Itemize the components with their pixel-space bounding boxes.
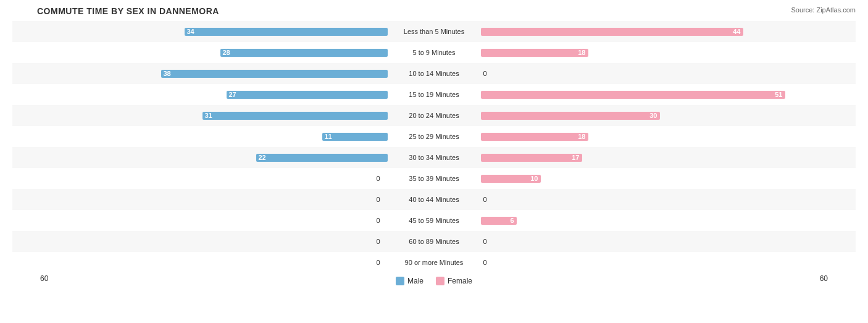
female-bar: 30 (481, 112, 660, 120)
female-legend-box (436, 277, 444, 285)
category-label: 45 to 59 Minutes (390, 217, 479, 224)
category-label: 60 to 89 Minutes (390, 238, 479, 245)
table-row: 38 10 to 14 Minutes 0 (12, 63, 856, 84)
table-row: 0 35 to 39 Minutes 10 (12, 168, 856, 189)
female-bar-container: 17 (479, 154, 856, 162)
female-value-inside: 44 (730, 28, 743, 35)
female-bar-container: 10 (479, 175, 856, 183)
female-value-inside: 30 (647, 112, 659, 119)
male-bar: 31 (202, 112, 388, 120)
male-value-zero: 0 (377, 196, 380, 203)
male-value-inside: 34 (185, 28, 197, 35)
table-row: 27 15 to 19 Minutes 51 (12, 84, 856, 105)
male-value-inside: 27 (227, 91, 239, 98)
category-label: 90 or more Minutes (390, 259, 479, 266)
source-label: Source: ZipAtlas.com (791, 6, 856, 14)
male-legend-label: Male (407, 277, 424, 285)
category-label: 40 to 44 Minutes (390, 196, 479, 203)
female-bar-container: 18 (479, 133, 856, 141)
table-row: 0 90 or more Minutes 0 (12, 252, 856, 273)
male-value-inside: 11 (322, 133, 335, 140)
female-bar-container: 44 (479, 28, 856, 36)
male-bar-container: 38 (12, 70, 390, 78)
male-bar-container: 34 (12, 28, 390, 36)
female-bar: 18 (481, 133, 588, 141)
female-value-inside: 18 (575, 49, 588, 56)
category-label: 30 to 34 Minutes (390, 154, 479, 161)
female-bar-container: 0 (479, 238, 856, 246)
table-row: 11 25 to 29 Minutes 18 (12, 126, 856, 147)
category-label: Less than 5 Minutes (390, 28, 479, 35)
category-label: 5 to 9 Minutes (390, 49, 479, 56)
category-label: 25 to 29 Minutes (390, 133, 479, 140)
male-bar-container: 0 (12, 259, 390, 267)
table-row: 34 Less than 5 Minutes 44 (12, 21, 856, 42)
table-row: 0 40 to 44 Minutes 0 (12, 189, 856, 210)
chart-title: COMMUTE TIME BY SEX IN DANNEMORA (12, 6, 856, 16)
female-bar: 10 (481, 175, 541, 183)
female-bar-container: 0 (479, 259, 856, 267)
female-bar: 17 (481, 154, 582, 162)
female-bar-container: 51 (479, 91, 856, 99)
female-value-inside: 6 (507, 217, 516, 224)
category-label: 15 to 19 Minutes (390, 91, 479, 98)
male-bar-container: 0 (12, 196, 390, 204)
chart-container: COMMUTE TIME BY SEX IN DANNEMORA Source:… (0, 0, 868, 323)
male-value-zero: 0 (377, 175, 380, 182)
male-value-inside: 38 (161, 70, 173, 77)
female-bar-container: 30 (479, 112, 856, 120)
female-bar: 51 (481, 91, 785, 99)
male-value-inside: 28 (220, 49, 233, 56)
male-bar-container: 22 (12, 154, 390, 162)
table-row: 22 30 to 34 Minutes 17 (12, 147, 856, 168)
female-value-inside: 10 (528, 175, 540, 182)
male-value-zero: 0 (377, 238, 380, 245)
female-bar: 18 (481, 49, 588, 57)
male-bar: 27 (227, 91, 388, 99)
male-bar-container: 11 (12, 133, 390, 141)
chart-rows: 34 Less than 5 Minutes 44 28 5 to 9 Minu… (12, 21, 856, 273)
category-label: 20 to 24 Minutes (390, 112, 479, 119)
female-bar-container: 0 (479, 70, 856, 78)
female-value-inside: 18 (575, 133, 588, 140)
category-label: 35 to 39 Minutes (390, 175, 479, 182)
male-bar: 11 (322, 133, 388, 141)
male-bar-container: 0 (12, 175, 390, 183)
male-bar: 28 (220, 49, 388, 57)
male-value-inside: 22 (256, 154, 269, 161)
axis-right: 60 (820, 274, 856, 285)
legend-female: Female (436, 277, 472, 285)
legend: Male Female (396, 277, 472, 285)
female-value-label: 0 (483, 70, 487, 77)
female-value-label: 0 (483, 196, 487, 203)
male-bar-container: 31 (12, 112, 390, 120)
male-value-zero: 0 (377, 259, 380, 266)
table-row: 31 20 to 24 Minutes 30 (12, 105, 856, 126)
male-value-zero: 0 (377, 217, 380, 224)
male-bar: 34 (185, 28, 388, 36)
axis-left: 60 (12, 274, 48, 285)
female-value-inside: 17 (569, 154, 582, 161)
table-row: 28 5 to 9 Minutes 18 (12, 42, 856, 63)
female-bar-container: 18 (479, 49, 856, 57)
category-label: 10 to 14 Minutes (390, 70, 479, 77)
table-row: 0 60 to 89 Minutes 0 (12, 231, 856, 252)
male-bar-container: 0 (12, 238, 390, 246)
male-bar-container: 28 (12, 49, 390, 57)
male-bar: 22 (256, 154, 388, 162)
male-bar: 38 (161, 70, 388, 78)
female-value-inside: 51 (772, 91, 785, 98)
male-value-inside: 31 (202, 112, 215, 119)
female-bar: 6 (481, 217, 517, 225)
male-legend-box (396, 277, 404, 285)
female-bar-container: 0 (479, 196, 856, 204)
legend-male: Male (396, 277, 424, 285)
female-legend-label: Female (448, 277, 472, 285)
table-row: 0 45 to 59 Minutes 6 (12, 210, 856, 231)
female-bar: 44 (481, 28, 743, 36)
female-bar-container: 6 (479, 217, 856, 225)
female-value-label: 0 (483, 259, 487, 266)
male-bar-container: 0 (12, 217, 390, 225)
male-bar-container: 27 (12, 91, 390, 99)
female-value-label: 0 (483, 238, 487, 245)
